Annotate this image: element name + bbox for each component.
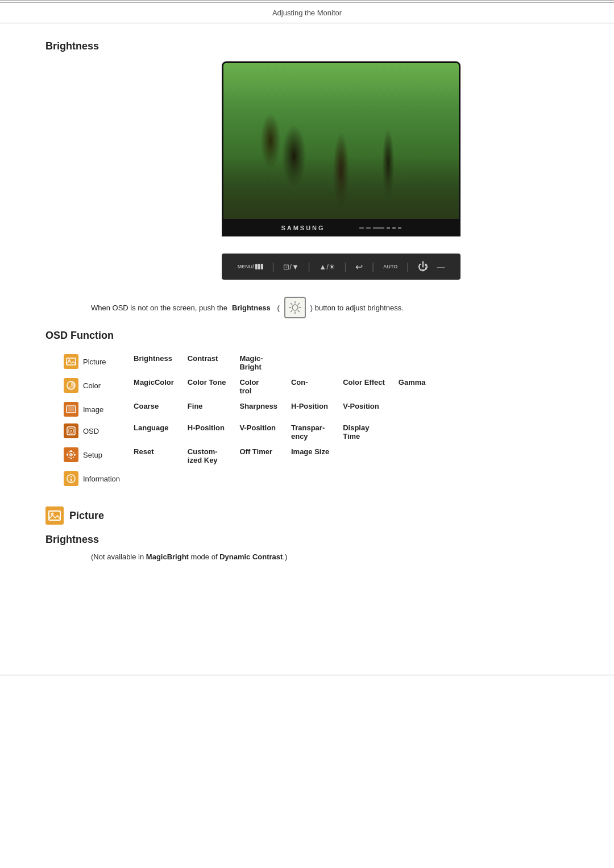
monitor-image-container: SAMSUNG MENU/ (114, 61, 569, 280)
svg-rect-11 (309, 139, 340, 145)
control-bar: MENU/ | ⊡/▼ | ▲/☀ | ↩ (222, 254, 460, 280)
osd-table: Picture Brightness Contrast Magic-Bright (57, 351, 433, 489)
osd-cell-fine-header: Fine (181, 398, 233, 420)
osd-cell-osd-hpos-header: H-Position (181, 420, 233, 444)
osd-cell-magicbright-header: Magic-Bright (233, 351, 284, 375)
osd-cell-coarse-header: Coarse (127, 398, 181, 420)
osd-cell-language-header: Language (127, 420, 181, 444)
svg-point-20 (429, 106, 449, 126)
svg-line-27 (298, 310, 300, 312)
osd-cell-vposition-header: V-Position (336, 398, 392, 420)
osd-cell-displaytime-header: DisplayTime (336, 420, 392, 444)
svg-rect-0 (223, 63, 459, 219)
samsung-logo: SAMSUNG (281, 225, 325, 231)
svg-line-26 (291, 303, 292, 305)
svg-point-18 (381, 189, 401, 200)
screen-scene (223, 63, 459, 219)
svg-point-3 (352, 63, 453, 124)
osd-cell-sharpness-header: Sharpness (233, 398, 284, 420)
osd-cell-con-header: Con- (284, 375, 336, 398)
osd-cell-coloreffect-header: Color Effect (336, 375, 392, 398)
svg-point-16 (257, 186, 279, 197)
svg-rect-7 (380, 124, 388, 219)
osd-row-information: Information (57, 468, 433, 489)
svg-point-37 (70, 430, 72, 432)
ctrl-brightness: ▲/☀ (319, 263, 335, 271)
brightness-sun-icon (288, 300, 302, 315)
osd-cell-customizedkey-header: Custom-ized Key (181, 444, 233, 468)
osd-label-information: Information (83, 475, 120, 483)
brightness-desc-before: (Not available in (91, 553, 146, 561)
osd-row-image: Image Coarse Fine Sharpness H-Position V… (57, 398, 433, 420)
svg-rect-30 (67, 358, 76, 365)
svg-point-4 (403, 68, 459, 147)
brightness-desc-bold2: Dynamic Contrast (219, 553, 283, 561)
ctrl-power: ⏻ (418, 261, 428, 273)
osd-cell-picture-icon: Picture (57, 351, 127, 375)
osd-cell-hposition-header: H-Position (284, 398, 336, 420)
svg-rect-42 (67, 454, 68, 455)
svg-rect-34 (68, 407, 74, 412)
svg-rect-6 (302, 119, 308, 219)
osd-function-title: OSD Function (45, 330, 569, 342)
svg-point-2 (280, 63, 370, 113)
picture-icon (64, 354, 78, 369)
osd-cell-transparency-header: Transpar-ency (284, 420, 336, 444)
svg-rect-46 (70, 479, 72, 481)
osd-row-picture: Picture Brightness Contrast Magic-Bright (57, 351, 433, 375)
ctrl-source: ⊡/▼ (283, 263, 298, 271)
info-icon (64, 471, 78, 486)
brightness-note: When OSD is not on the screen, push the … (45, 297, 569, 318)
svg-point-14 (361, 80, 445, 147)
osd-cell-info-icon: Information (57, 468, 127, 489)
osd-label-setup: Setup (83, 451, 102, 459)
osd-label-color: Color (83, 381, 101, 390)
brightness-desc-bold1: MagicBright (146, 553, 189, 561)
brightness-section: Brightness (45, 40, 569, 318)
osd-cell-color-icon: Color (57, 375, 127, 398)
ctrl-auto: AUTO (383, 264, 397, 269)
osd-cell-reset-header: Reset (127, 444, 181, 468)
picture-section-title: Picture (69, 510, 104, 522)
svg-rect-15 (223, 180, 459, 219)
osd-cell-gamma-header: Gamma (392, 375, 433, 398)
svg-line-28 (298, 303, 300, 305)
svg-point-13 (243, 88, 316, 149)
ctrl-minus: — (437, 262, 445, 271)
osd-label-image: Image (83, 405, 103, 414)
picture-heading: Picture (45, 506, 569, 525)
page-header: Adjusting the Monitor (0, 2, 614, 23)
svg-rect-41 (70, 458, 72, 459)
osd-cell-magiccolor-header: MagicColor (127, 375, 181, 398)
osd-icon (64, 423, 78, 438)
color-icon (64, 378, 78, 393)
page-title: Adjusting the Monitor (272, 9, 342, 17)
svg-point-19 (401, 184, 415, 193)
svg-point-45 (70, 476, 72, 477)
image-icon (64, 402, 78, 417)
brightness-title: Brightness (45, 40, 569, 52)
svg-point-1 (223, 65, 296, 127)
svg-rect-9 (305, 149, 344, 155)
osd-cell-setup-icon: Setup (57, 444, 127, 468)
svg-rect-47 (49, 511, 60, 520)
page-footer (0, 675, 614, 675)
osd-function-section: OSD Function (45, 330, 569, 489)
brightness-icon-box (284, 297, 306, 318)
osd-label-osd: OSD (83, 427, 99, 435)
picture-icon-large (45, 506, 64, 525)
svg-point-17 (277, 193, 294, 202)
ctrl-enter: ↩ (355, 261, 363, 272)
svg-rect-10 (306, 144, 342, 151)
osd-cell-osd-vpos-header: V-Position (233, 420, 284, 444)
osd-row-color: Color MagicColor Color Tone Colortrol Co… (57, 375, 433, 398)
osd-label-picture: Picture (83, 358, 106, 366)
osd-cell-offtimer-header: Off Timer (233, 444, 284, 468)
osd-cell-imagesize-header: Image Size (284, 444, 336, 468)
osd-row-osd: OSD Language H-Position V-Position Trans… (57, 420, 433, 444)
brightness-subsection-title: Brightness (45, 534, 569, 546)
svg-rect-43 (74, 454, 76, 455)
osd-row-setup: Setup Reset Custom-ized Key Off Timer Im… (57, 444, 433, 468)
brightness-note-before: When OSD is not on the screen, push the (91, 304, 227, 312)
brightness-note-bold: Brightness (232, 304, 271, 312)
